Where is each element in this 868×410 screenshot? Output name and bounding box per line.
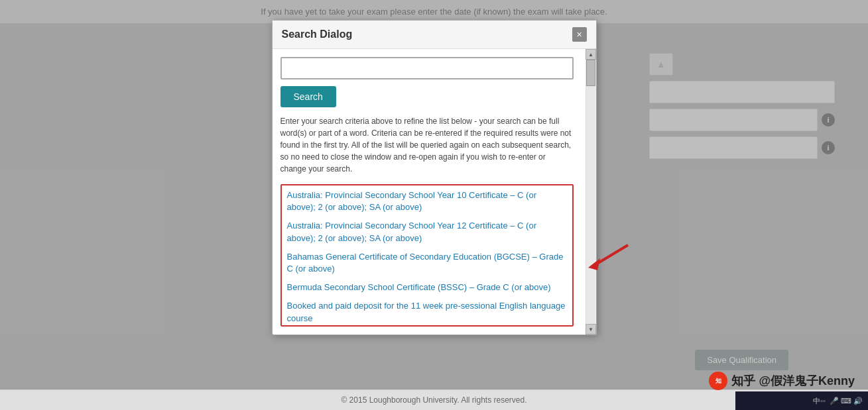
results-wrapper: Australia: Provincial Secondary School Y… xyxy=(273,184,582,334)
result-item-1[interactable]: Australia: Provincial Secondary School Y… xyxy=(287,220,567,244)
result-item-3[interactable]: Bermuda Secondary School Certificate (BS… xyxy=(287,282,567,293)
red-arrow xyxy=(582,238,635,281)
taskbar: 中◦◦ 🎤 ⌨ 🔊 xyxy=(735,391,868,410)
result-item-2[interactable]: Bahamas General Certificate of Secondary… xyxy=(287,251,567,275)
taskbar-time: 中◦◦ xyxy=(813,396,826,406)
search-button[interactable]: Search xyxy=(280,86,336,107)
scrollbar-arrow-up[interactable]: ▲ xyxy=(586,49,596,60)
scrollbar-arrow-down[interactable]: ▼ xyxy=(586,324,596,334)
search-dialog: Search Dialog × Search Enter your search… xyxy=(272,20,597,335)
svg-marker-1 xyxy=(588,258,600,270)
dialog-close-button[interactable]: × xyxy=(572,27,587,42)
svg-line-0 xyxy=(595,245,628,265)
dialog-scrollbar: ▲ ▼ xyxy=(586,49,596,334)
result-item-4[interactable]: Booked and paid deposit for the 11 week … xyxy=(287,300,567,324)
watermark-logo: 知 xyxy=(709,372,727,390)
dialog-header: Search Dialog × xyxy=(273,21,596,49)
footer-text: © 2015 Loughborough University. All righ… xyxy=(341,395,527,405)
watermark: 知 知乎 @假洋鬼子Kenny xyxy=(709,372,855,390)
result-item-0[interactable]: Australia: Provincial Secondary School Y… xyxy=(287,189,567,213)
search-input[interactable] xyxy=(280,57,574,79)
search-description: Enter your search criteria above to refi… xyxy=(280,115,574,175)
dialog-search-area: Search Enter your search criteria above … xyxy=(273,49,582,175)
dialog-content: Search Enter your search criteria above … xyxy=(273,49,586,334)
scrollbar-thumb[interactable] xyxy=(586,60,595,86)
results-list[interactable]: Australia: Provincial Secondary School Y… xyxy=(282,185,572,325)
dialog-title: Search Dialog xyxy=(282,28,353,40)
scrollbar-track xyxy=(586,60,595,324)
dialog-overlay: Search Dialog × Search Enter your search… xyxy=(0,0,868,410)
watermark-text: 知乎 @假洋鬼子Kenny xyxy=(731,373,855,389)
dialog-body-wrapper: Search Enter your search criteria above … xyxy=(273,49,596,334)
taskbar-icons: 🎤 ⌨ 🔊 xyxy=(830,397,863,405)
page-background: If you have yet to take your exam please… xyxy=(0,0,868,410)
results-container: Australia: Provincial Secondary School Y… xyxy=(280,184,574,327)
